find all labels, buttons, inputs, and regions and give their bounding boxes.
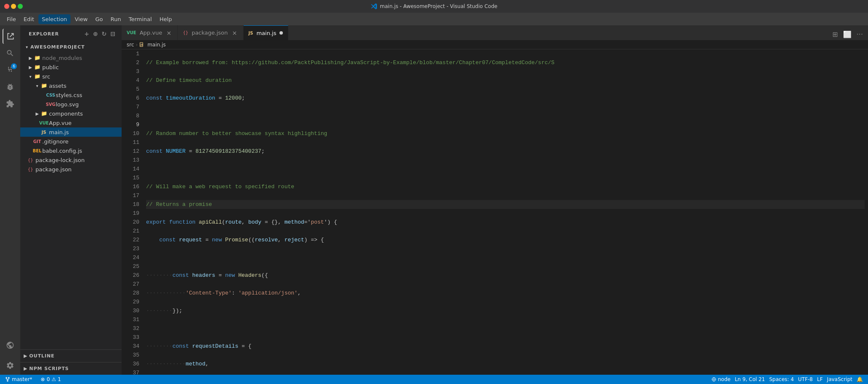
status-branch[interactable]: master* — [3, 376, 34, 382]
tab-label-package-json: package.json — [192, 30, 228, 36]
tree-label-package-json: package.json — [35, 166, 72, 173]
line-num: 15 — [122, 173, 139, 182]
file-tree: ▶ 📁 node_modules ▶ 📁 public ▾ 📁 src — [20, 53, 122, 349]
vscode-logo-icon — [371, 3, 377, 10]
tree-label-gitignore: .gitignore — [42, 138, 68, 145]
menu-terminal[interactable]: Terminal — [125, 14, 155, 24]
menu-go[interactable]: Go — [92, 14, 106, 24]
tab-bar: VUE App.vue × {} package.json × JS main.… — [122, 25, 868, 40]
status-errors[interactable]: ⊗ 0 ⚠ 1 — [39, 376, 62, 382]
root-arrow: ▾ — [24, 43, 30, 50]
code-line-13: ········const headers = new Headers({ — [146, 271, 865, 280]
activity-settings[interactable] — [3, 358, 18, 373]
project-root[interactable]: ▾ AWESOMEPROJECT — [24, 42, 118, 51]
status-spaces[interactable]: Spaces: 4 — [768, 376, 795, 382]
code-line-15: ········}); — [146, 306, 865, 315]
close-button[interactable] — [4, 4, 9, 9]
tab-close-app-vue[interactable]: × — [165, 30, 172, 36]
activity-extensions[interactable] — [3, 96, 18, 111]
tree-label-public: public — [42, 64, 59, 70]
sidebar: Explorer + ⊕ ↻ ⊟ ▾ AWESOMEPROJECT ▶ 📁 no… — [20, 25, 122, 375]
tree-item-package-lock[interactable]: {} package-lock.json — [20, 155, 122, 165]
breadcrumb-src[interactable]: src — [127, 42, 134, 48]
tree-item-logo-svg[interactable]: SVG logo.svg — [20, 100, 122, 109]
tree-item-components[interactable]: ▶ 📁 components — [20, 109, 122, 118]
tree-item-main-js[interactable]: JS main.js — [20, 127, 122, 137]
vue-file-icon: VUE — [41, 119, 47, 126]
npm-scripts-section: ▶ NPM SCRIPTS — [20, 362, 122, 375]
tree-item-package-json[interactable]: {} package.json — [20, 165, 122, 174]
menu-file[interactable]: File — [3, 14, 19, 24]
npm-scripts-header[interactable]: ▶ NPM SCRIPTS — [20, 364, 122, 373]
line-num: 27 — [122, 280, 139, 289]
activity-remote[interactable] — [3, 338, 18, 353]
line-num: 22 — [122, 235, 139, 244]
collapse-icon[interactable]: ⊟ — [109, 30, 117, 38]
line-num: 30 — [122, 306, 139, 315]
status-remote[interactable]: node — [710, 376, 732, 382]
status-encoding[interactable]: UTF-8 — [796, 376, 814, 382]
code-content[interactable]: // Example borrowed from: https://github… — [143, 49, 868, 375]
outline-section: ▶ OUTLINE — [20, 349, 122, 362]
folder-icon-assets: 📁 — [41, 82, 47, 89]
status-language[interactable]: JavaScript — [825, 376, 854, 382]
outline-label: OUTLINE — [29, 353, 54, 359]
tab-main-js[interactable]: JS main.js — [244, 25, 289, 40]
tree-item-assets[interactable]: ▾ 📁 assets — [20, 81, 122, 90]
tree-label-styles: styles.css — [56, 92, 82, 98]
window-controls[interactable] — [0, 4, 23, 9]
breadcrumb: src › JS main.js — [122, 40, 868, 49]
activity-debug[interactable] — [3, 79, 18, 95]
status-remote-label: node — [718, 376, 730, 382]
more-actions-icon[interactable]: ··· — [855, 29, 865, 40]
refresh-icon[interactable]: ↻ — [101, 30, 108, 38]
git-file-icon: GIT — [34, 138, 41, 145]
line-num: 35 — [122, 351, 139, 360]
code-line-7 — [146, 165, 865, 173]
tab-label-app-vue: App.vue — [140, 30, 162, 36]
menu-edit[interactable]: Edit — [20, 14, 38, 24]
status-line-ending[interactable]: LF — [815, 376, 825, 382]
activity-source-control[interactable]: 6 — [3, 62, 18, 78]
tree-item-public[interactable]: ▶ 📁 public — [20, 62, 122, 72]
new-folder-icon[interactable]: ⊕ — [92, 30, 99, 38]
tree-item-babel[interactable]: BEL babel.config.js — [20, 146, 122, 155]
tree-item-node_modules[interactable]: ▶ 📁 node_modules — [20, 53, 122, 62]
menu-selection[interactable]: Selection — [38, 14, 71, 24]
line-num: 8 — [122, 111, 139, 120]
menu-view[interactable]: View — [71, 14, 91, 24]
css-file-icon: CSS — [47, 92, 54, 98]
outline-arrow: ▶ — [24, 353, 27, 359]
line-num: 5 — [122, 85, 139, 94]
tab-close-package-json[interactable]: × — [231, 30, 238, 36]
folder-icon-src: 📁 — [34, 73, 41, 80]
titlebar: main.js - AwesomeProject - Visual Studio… — [0, 0, 868, 13]
menu-run[interactable]: Run — [107, 14, 125, 24]
tree-item-app-vue[interactable]: VUE App.vue — [20, 118, 122, 127]
menu-help[interactable]: Help — [156, 14, 176, 24]
status-feedback[interactable]: 🔔 — [855, 376, 865, 382]
outline-header[interactable]: ▶ OUTLINE — [20, 352, 122, 360]
minimize-button[interactable] — [11, 4, 16, 9]
activity-search[interactable] — [3, 46, 18, 61]
split-editor-icon[interactable]: ⊞ — [830, 29, 839, 40]
line-num: 23 — [122, 244, 139, 253]
tab-package-json[interactable]: {} package.json × — [178, 25, 243, 40]
tab-app-vue[interactable]: VUE App.vue × — [122, 25, 178, 40]
code-line-9: // Returns a promise — [146, 200, 865, 209]
activity-explorer[interactable] — [3, 29, 18, 44]
tree-label-node_modules: node_modules — [42, 55, 82, 61]
code-line-10: export function apiCall(route, body = {}… — [146, 218, 865, 227]
status-cursor[interactable]: Ln 9, Col 21 — [733, 376, 767, 382]
tree-item-styles-css[interactable]: CSS styles.css — [20, 90, 122, 100]
toggle-panel-icon[interactable]: ⬜ — [841, 29, 853, 40]
tree-item-gitignore[interactable]: GIT .gitignore — [20, 137, 122, 146]
babel-file-icon: BEL — [34, 147, 41, 154]
line-num: 7 — [122, 103, 139, 111]
maximize-button[interactable] — [18, 4, 23, 9]
code-line-4 — [146, 111, 865, 120]
new-file-icon[interactable]: + — [84, 30, 91, 38]
tree-item-src[interactable]: ▾ 📁 src — [20, 72, 122, 81]
project-name: AWESOMEPROJECT — [30, 44, 85, 50]
breadcrumb-file[interactable]: JS main.js — [139, 42, 165, 48]
